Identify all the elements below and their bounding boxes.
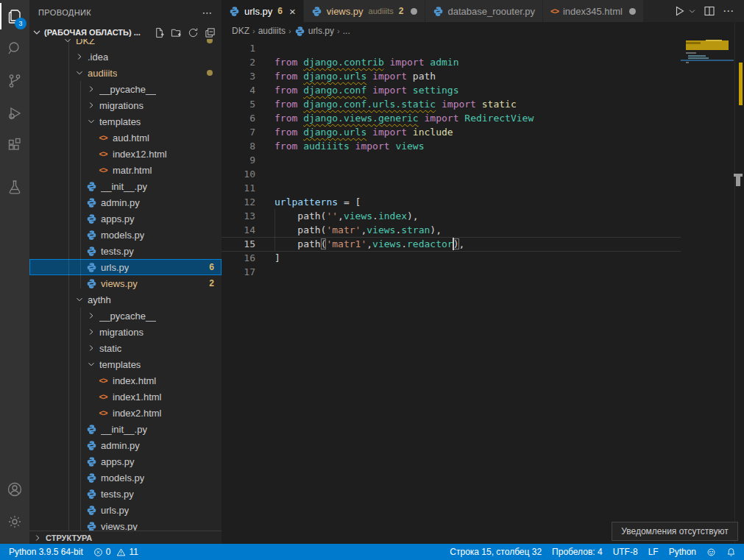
- refresh-icon[interactable]: [188, 27, 199, 38]
- code-line-7[interactable]: 7from django.urls import include: [222, 125, 681, 139]
- tree-item-index-html[interactable]: <>index.html: [29, 372, 222, 389]
- tree-item--pycache-[interactable]: __pycache__: [29, 81, 222, 97]
- tree-item-apps-py[interactable]: apps.py: [29, 210, 222, 227]
- breadcrumb-item-dkz[interactable]: DKZ: [232, 26, 249, 36]
- search-icon[interactable]: [0, 32, 29, 65]
- outline-section-header[interactable]: СТРУКТУРА: [29, 531, 222, 544]
- code-line-3[interactable]: 3from django.urls import path: [222, 69, 681, 83]
- explorer-icon[interactable]: 3: [0, 0, 29, 32]
- split-editor-icon[interactable]: [704, 5, 715, 17]
- tree-item-matr-html[interactable]: <>matr.html: [29, 162, 222, 178]
- tree-item-models-py[interactable]: models.py: [29, 227, 222, 243]
- run-debug-icon[interactable]: [0, 97, 29, 130]
- code-line-11[interactable]: 11: [222, 181, 681, 195]
- tree-item-tests-py[interactable]: tests.py: [29, 486, 222, 502]
- code-line-10[interactable]: 10: [222, 167, 681, 181]
- tree-item-urls-py[interactable]: urls.py6: [29, 259, 222, 275]
- tree-item-index1-html[interactable]: <>index1.html: [29, 389, 222, 405]
- tree-item-audiiits[interactable]: audiiits: [29, 65, 222, 81]
- code-line-16[interactable]: 16]: [222, 251, 681, 265]
- tree-item-admin-py[interactable]: admin.py: [29, 194, 222, 210]
- minimap[interactable]: [681, 22, 734, 544]
- tab-views-py[interactable]: views.pyaudiiits2: [304, 0, 425, 22]
- extensions-icon[interactable]: [0, 130, 29, 162]
- chevron-right-icon: [32, 533, 43, 543]
- tree-item-urls-py[interactable]: urls.py: [29, 502, 222, 518]
- tree-item-tests-py[interactable]: tests.py: [29, 243, 222, 259]
- eol-status[interactable]: LF: [643, 544, 664, 560]
- tree-item-views-py[interactable]: views.py: [29, 518, 222, 531]
- code-line-15[interactable]: 15 path('matr1',views.redactor),: [222, 237, 681, 251]
- new-file-icon[interactable]: [154, 27, 165, 38]
- language-mode-status[interactable]: Python: [664, 544, 701, 560]
- tab-urls-py[interactable]: urls.py6×: [222, 0, 304, 22]
- new-folder-icon[interactable]: [171, 27, 182, 38]
- tree-item-admin-py[interactable]: admin.py: [29, 437, 222, 453]
- code-line-8[interactable]: 8from audiiits import views: [222, 139, 681, 153]
- run-dropdown-chevron-icon[interactable]: [688, 5, 696, 17]
- code-line-13[interactable]: 13 path('',views.index),: [222, 209, 681, 223]
- tree-item-aud-html[interactable]: <>aud.html: [29, 130, 222, 146]
- tree-item-views-py[interactable]: views.py2: [29, 275, 222, 291]
- notifications-bell-icon[interactable]: [721, 544, 741, 560]
- chevron-right-icon: [86, 311, 96, 321]
- run-button[interactable]: [673, 5, 685, 17]
- code-line-9[interactable]: 9: [222, 153, 681, 167]
- scrollbar[interactable]: [734, 22, 744, 544]
- tree-item-index2-html[interactable]: <>index2.html: [29, 405, 222, 421]
- tree-item-migrations[interactable]: migrations: [29, 97, 222, 113]
- tree-item-label: index2.html: [113, 408, 161, 419]
- testing-icon[interactable]: [0, 171, 29, 203]
- tree-item--init-py[interactable]: __init__.py: [29, 178, 222, 194]
- breadcrumb-item-audiiits[interactable]: audiiits: [258, 26, 286, 36]
- tree-item-apps-py[interactable]: apps.py: [29, 453, 222, 469]
- tree-item-index12-html[interactable]: <>index12.html: [29, 146, 222, 162]
- python-icon: [86, 230, 97, 241]
- tree-item-templates[interactable]: templates: [29, 356, 222, 372]
- collapse-all-icon[interactable]: [205, 27, 216, 38]
- close-icon[interactable]: ×: [289, 6, 296, 17]
- tree-item--idea[interactable]: .idea: [29, 49, 222, 65]
- tab-index345-html[interactable]: <>index345.html: [543, 0, 644, 22]
- breadcrumb-item--[interactable]: ...: [343, 26, 350, 36]
- cursor-position-status[interactable]: Строка 15, столбец 32: [444, 544, 547, 560]
- problems-status[interactable]: 0 11: [88, 544, 144, 560]
- workspace-section-header[interactable]: (РАБОЧАЯ ОБЛАСТЬ) ...: [29, 24, 222, 40]
- code-line-6[interactable]: 6from django.views.generic import Redire…: [222, 111, 681, 125]
- line-number: 6: [222, 111, 255, 125]
- modified-dot[interactable]: [629, 8, 636, 15]
- code-line-17[interactable]: 17: [222, 265, 681, 279]
- tree-item-models-py[interactable]: models.py: [29, 469, 222, 486]
- tree-item--init-py[interactable]: __init__.py: [29, 421, 222, 437]
- tab-database-roouter-py[interactable]: database_roouter.py: [425, 0, 544, 22]
- tree-item-migrations[interactable]: migrations: [29, 324, 222, 340]
- more-actions-icon[interactable]: ⋯: [723, 4, 734, 18]
- tree-item-label: urls.py: [101, 505, 129, 516]
- code-line-12[interactable]: 12urlpatterns = [: [222, 195, 681, 209]
- account-icon[interactable]: [0, 473, 29, 506]
- encoding-status[interactable]: UTF-8: [608, 544, 643, 560]
- code-line-1[interactable]: 1: [222, 41, 681, 55]
- python-icon: [86, 181, 97, 192]
- indentation-status[interactable]: Пробелов: 4: [547, 544, 608, 560]
- tree-item-dkz[interactable]: DKZ: [29, 39, 222, 49]
- settings-gear-icon[interactable]: [0, 506, 29, 538]
- code-line-4[interactable]: 4from django.conf import settings: [222, 83, 681, 97]
- code-line-5[interactable]: 5from django.conf.urls.static import sta…: [222, 97, 681, 111]
- tree-item-templates[interactable]: templates: [29, 113, 222, 130]
- tree-item-aythh[interactable]: aythh: [29, 291, 222, 308]
- breadcrumb-item-urls-py[interactable]: urls.py: [294, 26, 334, 37]
- tab-bar: urls.py6×views.pyaudiiits2database_roout…: [222, 0, 744, 22]
- tree-item--pycache-[interactable]: __pycache__: [29, 308, 222, 324]
- source-control-icon[interactable]: [0, 65, 29, 97]
- outline-section-label: СТРУКТУРА: [46, 534, 92, 542]
- modified-dot[interactable]: [411, 8, 417, 15]
- code-line-14[interactable]: 14 path('matr',views.stran),: [222, 223, 681, 237]
- sidebar-more-icon[interactable]: ⋯: [202, 7, 213, 18]
- python-interpreter-status[interactable]: Python 3.9.5 64-bit: [0, 544, 88, 560]
- tree-item-static[interactable]: static: [29, 340, 222, 356]
- tree-item-label: apps.py: [101, 456, 135, 467]
- code-editor[interactable]: 12from django.contrib import admin3from …: [222, 41, 681, 544]
- feedback-icon[interactable]: [701, 544, 721, 560]
- code-line-2[interactable]: 2from django.contrib import admin: [222, 55, 681, 69]
